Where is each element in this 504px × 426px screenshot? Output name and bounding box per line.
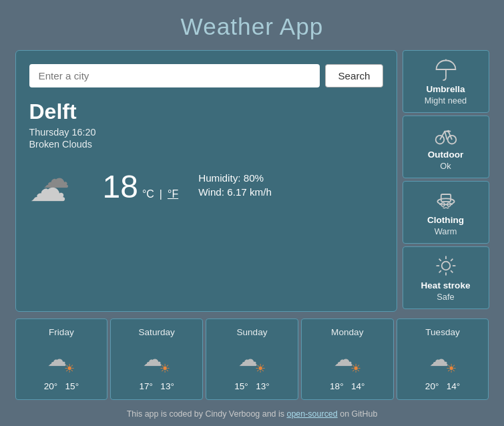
friday-temps: 20° 15° [20, 381, 103, 391]
saturday-label: Saturday [115, 327, 198, 337]
friday-low: 15° [65, 381, 79, 391]
clothing-title: Clothing [409, 215, 483, 225]
svg-rect-7 [441, 194, 450, 202]
heatstroke-title: Heat stroke [409, 280, 483, 290]
outdoor-card: Outdoor Ok [403, 116, 489, 178]
fahrenheit-unit[interactable]: °F [168, 188, 178, 200]
sunday-temps: 15° 13° [210, 381, 294, 391]
friday-label: Friday [20, 327, 103, 337]
outdoor-sub: Ok [409, 161, 483, 171]
forecast-monday: Monday ☁ ☀ 18° 14° [301, 318, 394, 400]
temperature-value: 18 [103, 168, 138, 205]
sunday-high: 15° [234, 381, 248, 391]
umbrella-card: Umbrella Might need [403, 50, 489, 113]
tuesday-icon: ☁ ☀ [401, 343, 485, 376]
heatstroke-sub: Safe [409, 292, 483, 302]
clothing-card: Clothing Warm [403, 181, 489, 244]
umbrella-sub: Might need [409, 95, 483, 105]
search-row: Search [29, 64, 383, 87]
svg-line-18 [439, 259, 441, 261]
date-time: Thursday 16:20 [29, 127, 383, 138]
humidity-text: Humidity: 80% [198, 172, 272, 184]
saturday-icon: ☁ ☀ [115, 343, 198, 376]
tuesday-low: 14° [447, 381, 461, 391]
heatstroke-card: Heat stroke Safe [403, 246, 489, 309]
footer: This app is coded by Cindy Verboog and i… [127, 409, 378, 419]
search-button[interactable]: Search [325, 64, 383, 87]
forecast-row: Friday ☁ ☀ 20° 15° Saturday ☁ ☀ 17° 13° … [15, 318, 489, 400]
footer-link[interactable]: open-sourced [286, 409, 337, 419]
footer-text-before: This app is coded by Cindy Verboog and i… [127, 409, 287, 419]
saturday-low: 13° [160, 381, 174, 391]
main-container: Search Delft Thursday 16:20 Broken Cloud… [15, 50, 489, 312]
tuesday-high: 20° [425, 381, 439, 391]
saturday-temps: 17° 13° [115, 381, 198, 391]
sunday-icon: ☁ ☀ [210, 343, 294, 376]
forecast-saturday: Saturday ☁ ☀ 17° 13° [110, 318, 203, 400]
saturday-high: 17° [139, 381, 153, 391]
svg-line-19 [451, 270, 453, 272]
celsius-unit[interactable]: °C [142, 188, 154, 200]
app-title: Weather App [181, 13, 324, 40]
sun-icon [434, 254, 458, 278]
bicycle-icon [434, 123, 458, 147]
forecast-tuesday: Tuesday ☁ ☀ 20° 14° [397, 318, 489, 400]
current-weather-icon: ☁ ☁ [29, 163, 89, 210]
city-name: Delft [29, 99, 383, 124]
weather-details: Humidity: 80% Wind: 6.17 km/h [198, 172, 272, 200]
monday-temps: 18° 14° [306, 381, 389, 391]
main-cloud-icon: ☁ [29, 166, 67, 210]
svg-line-20 [451, 259, 453, 261]
footer-text-after: on GitHub [338, 409, 378, 419]
monday-high: 18° [330, 381, 344, 391]
right-panel: Umbrella Might need Outdoor Ok [403, 50, 489, 312]
city-search-input[interactable] [29, 64, 320, 87]
forecast-sunday: Sunday ☁ ☀ 15° 13° [206, 318, 298, 400]
monday-icon: ☁ ☀ [306, 343, 389, 376]
sunday-label: Sunday [210, 327, 294, 337]
wind-text: Wind: 6.17 km/h [198, 186, 272, 198]
monday-label: Monday [306, 327, 389, 337]
umbrella-title: Umbrella [409, 84, 483, 94]
clothing-sub: Warm [409, 226, 483, 236]
sunday-low: 13° [256, 381, 270, 391]
tuesday-label: Tuesday [401, 327, 485, 337]
unit-separator: | [160, 188, 162, 200]
clothing-icon [434, 188, 458, 212]
friday-icon: ☁ ☀ [20, 343, 103, 376]
friday-high: 20° [44, 381, 58, 391]
weather-description: Broken Clouds [29, 139, 383, 150]
tuesday-temps: 20° 14° [401, 381, 485, 391]
svg-line-21 [439, 270, 441, 272]
umbrella-icon [434, 57, 458, 81]
svg-point-13 [441, 262, 450, 270]
forecast-friday: Friday ☁ ☀ 20° 15° [15, 318, 108, 400]
weather-main: ☁ ☁ 18 °C | °F Humidity: 80% Wind: 6.17 … [29, 163, 383, 210]
outdoor-title: Outdoor [409, 150, 483, 160]
left-panel: Search Delft Thursday 16:20 Broken Cloud… [15, 50, 397, 312]
monday-low: 14° [351, 381, 365, 391]
